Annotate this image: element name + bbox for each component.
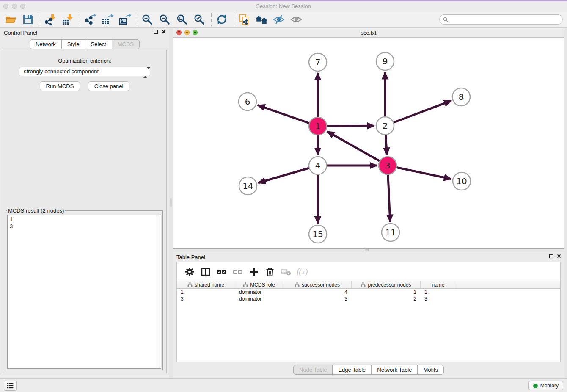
- graph-node-6[interactable]: 6: [239, 93, 256, 110]
- graph-node-7[interactable]: 7: [309, 53, 327, 71]
- graph-node-15[interactable]: 15: [309, 225, 327, 243]
- network-canvas[interactable]: 7968124314101511: [173, 38, 564, 248]
- tab-node-table[interactable]: Node Table: [293, 365, 333, 375]
- table-panel-header: Table Panel: [173, 252, 564, 262]
- show-all-button[interactable]: [290, 13, 303, 26]
- graph-node-1[interactable]: 1: [309, 117, 327, 135]
- result-scrollbar[interactable]: [156, 215, 160, 368]
- toolbar-separator: [234, 13, 234, 26]
- column-header-mcds-role[interactable]: MCDS role: [235, 281, 283, 288]
- home-button[interactable]: [255, 13, 268, 26]
- toggle-panel-layout-button[interactable]: [200, 266, 211, 277]
- select-all-button[interactable]: [216, 266, 227, 277]
- zoom-in-button[interactable]: [141, 13, 154, 26]
- zoom-selected-button[interactable]: [193, 13, 206, 26]
- export-network-button[interactable]: [84, 13, 96, 26]
- float-table-panel-button[interactable]: [549, 254, 553, 258]
- table-settings-button[interactable]: [184, 266, 195, 277]
- tab-edge-table[interactable]: Edge Table: [332, 365, 372, 375]
- panel-resize-handle-horizontal[interactable]: [365, 249, 369, 251]
- export-table-button[interactable]: [101, 13, 114, 26]
- cell-predecessor-nodes[interactable]: 2: [352, 295, 421, 302]
- cell-predecessor-nodes[interactable]: 1: [352, 289, 421, 295]
- show-eye-icon: [290, 14, 302, 25]
- network-window-titlebar[interactable]: × – + scc.txt: [173, 28, 564, 38]
- graph-node-14[interactable]: 14: [239, 177, 257, 195]
- cell-mcds-role[interactable]: dominator: [235, 295, 283, 302]
- close-panel-icon[interactable]: [162, 30, 166, 34]
- graph-node-label: 1: [315, 121, 321, 131]
- open-session-button[interactable]: [4, 13, 17, 26]
- column-header-successor-nodes[interactable]: successor nodes: [283, 281, 352, 288]
- graph-edge-3-10[interactable]: [388, 166, 451, 179]
- close-panel-button[interactable]: Close panel: [88, 81, 130, 91]
- memory-button[interactable]: Memory: [528, 381, 563, 390]
- cell-shared-name[interactable]: 3: [177, 295, 235, 302]
- zoom-in-icon: [141, 14, 153, 25]
- node-table-container: f(x) shared name MCDS role: [176, 262, 561, 362]
- save-session-button[interactable]: [22, 13, 34, 26]
- delete-column-button[interactable]: [264, 266, 275, 277]
- tab-mcds[interactable]: MCDS: [112, 39, 140, 49]
- copy-network-button[interactable]: [238, 13, 250, 26]
- graph-node-10[interactable]: 10: [453, 172, 471, 190]
- graph-node-2[interactable]: 2: [376, 117, 394, 135]
- graph-node-11[interactable]: 11: [382, 224, 399, 241]
- export-image-button[interactable]: [118, 13, 131, 26]
- hide-selected-button[interactable]: [272, 13, 285, 26]
- main-toolbar: [0, 11, 567, 28]
- import-network-button[interactable]: [44, 13, 57, 26]
- session-title: Session: New Session: [0, 3, 567, 9]
- column-header-shared-name[interactable]: shared name: [177, 281, 235, 288]
- status-bar: Memory: [0, 378, 567, 392]
- control-panel: Control Panel Network Style Select MCDS …: [0, 28, 169, 377]
- search-input[interactable]: [439, 14, 563, 25]
- column-header-name[interactable]: name: [421, 281, 456, 288]
- tab-style[interactable]: Style: [61, 39, 85, 49]
- table-row[interactable]: 3 dominator 3 2 3: [177, 295, 560, 302]
- zoom-fit-button[interactable]: [176, 13, 188, 26]
- graph-edge-2-8[interactable]: [385, 101, 451, 126]
- export-image-icon: [118, 14, 131, 25]
- graph-node-8[interactable]: 8: [452, 88, 470, 106]
- table-row[interactable]: 1 dominator 4 1 1: [177, 289, 560, 295]
- cell-shared-name[interactable]: 1: [177, 289, 235, 295]
- delete-table-button[interactable]: [281, 266, 292, 277]
- add-column-button[interactable]: [248, 266, 259, 277]
- cell-name[interactable]: 1: [421, 289, 456, 295]
- tab-network-table[interactable]: Network Table: [371, 365, 418, 375]
- cell-mcds-role[interactable]: dominator: [235, 289, 283, 295]
- graph-node-3[interactable]: 3: [379, 157, 396, 174]
- panel-resize-handle-vertical[interactable]: [170, 198, 172, 207]
- tab-motifs[interactable]: Motifs: [417, 365, 444, 375]
- show-panels-button[interactable]: [4, 381, 17, 391]
- refresh-view-button[interactable]: [215, 13, 228, 26]
- graph-edge-1-6[interactable]: [258, 105, 318, 126]
- import-network-icon: [44, 14, 56, 25]
- control-panel-tabbar: Network Style Select MCDS: [30, 39, 140, 49]
- graph-edge-3-1[interactable]: [327, 131, 388, 166]
- criterion-dropdown[interactable]: strongly connected component: [19, 67, 150, 76]
- import-table-button[interactable]: [61, 13, 74, 26]
- unselect-all-button[interactable]: [232, 266, 243, 277]
- graph-node-4[interactable]: 4: [309, 157, 327, 174]
- mcds-result-list: 1 3: [7, 215, 161, 369]
- float-panel-button[interactable]: [154, 30, 158, 34]
- zoom-out-button[interactable]: [158, 13, 171, 26]
- app-titlebar: Session: New Session: [0, 0, 567, 11]
- zoom-fit-icon: [176, 14, 188, 25]
- home-icon: [255, 14, 268, 25]
- graph-node-9[interactable]: 9: [376, 52, 394, 70]
- cell-successor-nodes[interactable]: 4: [283, 289, 352, 295]
- tab-network[interactable]: Network: [30, 39, 62, 49]
- tab-select[interactable]: Select: [85, 39, 112, 49]
- optimization-criterion-label: Optimization criterion:: [3, 58, 166, 64]
- checked-boxes-icon: [217, 267, 227, 277]
- column-header-predecessor-nodes[interactable]: predecessor nodes: [352, 281, 421, 288]
- delete-table-icon: [281, 267, 292, 277]
- cell-name[interactable]: 3: [421, 295, 456, 302]
- close-table-panel-icon[interactable]: [557, 254, 561, 258]
- run-mcds-button[interactable]: Run MCDS: [40, 81, 80, 91]
- function-builder-button[interactable]: f(x): [297, 266, 308, 277]
- cell-successor-nodes[interactable]: 3: [283, 295, 352, 302]
